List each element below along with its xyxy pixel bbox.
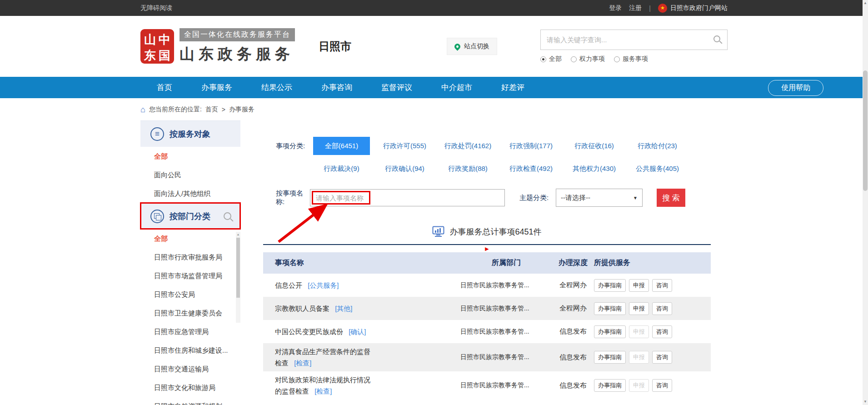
scope-label: 服务事项: [623, 55, 648, 63]
seal-char: 东: [143, 48, 157, 64]
item-name-link[interactable]: 信息公开: [275, 281, 302, 289]
nav-item[interactable]: 中介超市: [441, 82, 472, 93]
page-scrollbar[interactable]: ▲ ▼: [863, 0, 868, 405]
portal-link[interactable]: ★ 日照市政府门户网站: [658, 4, 728, 13]
nav-item[interactable]: 结果公示: [261, 82, 292, 93]
table-row: 中国公民变更民族成份 [确认]日照市民族宗教事务管...信息发布办事指南申报咨询: [263, 320, 711, 343]
scroll-up-icon[interactable]: ▲: [863, 0, 868, 6]
site-logo[interactable]: 山中东国 全国一体化在线政务服务平台 山东政务服务: [140, 28, 295, 65]
sidebar-item[interactable]: 面向法人/其他组织: [140, 184, 240, 203]
breadcrumb-home-link[interactable]: 首页: [205, 105, 218, 114]
nav-item[interactable]: 办事服务: [201, 82, 232, 93]
help-button[interactable]: 使用帮助: [768, 80, 823, 96]
item-services: 办事指南申报咨询: [594, 351, 711, 364]
register-link[interactable]: 注册: [629, 4, 642, 12]
sidebar-group-header[interactable]: 按部门分类: [140, 203, 240, 229]
search-icon[interactable]: [713, 35, 720, 42]
item-name-input[interactable]: [310, 189, 505, 206]
guide-button[interactable]: 办事指南: [594, 351, 626, 364]
scrollbar-thumb[interactable]: [863, 70, 868, 191]
table-header-cell: 事项名称: [263, 258, 460, 268]
item-tag-link[interactable]: [检查]: [294, 359, 311, 367]
keyword-search-input[interactable]: [540, 30, 728, 50]
table-row: 信息公开 [公共服务]日照市民族宗教事务管...全程网办办事指南申报咨询: [263, 274, 711, 297]
scroll-down-icon[interactable]: ▼: [863, 399, 868, 405]
sidebar-item[interactable]: 日照市卫生健康委员会: [140, 304, 240, 322]
search-icon[interactable]: [224, 212, 231, 220]
scroll-up-icon[interactable]: ▲: [236, 232, 240, 237]
apply-button[interactable]: 申报: [629, 279, 649, 292]
category-tab[interactable]: 全部(6451): [313, 137, 370, 155]
guide-button[interactable]: 办事指南: [594, 325, 626, 338]
table-header-cell: 所提供服务: [594, 258, 711, 268]
search-button[interactable]: 搜 索: [657, 189, 685, 207]
item-name-cell: 宗教教职人员备案 [其他]: [263, 303, 460, 314]
apply-button: 申报: [629, 379, 649, 392]
item-tag-link[interactable]: [检查]: [314, 387, 332, 395]
site-switch-button[interactable]: 站点切换: [447, 38, 497, 55]
consult-button[interactable]: 咨询: [652, 325, 672, 338]
item-dept: 日照市民族宗教事务管...: [460, 381, 552, 390]
sidebar-item[interactable]: 日照市市场监督管理局: [140, 266, 240, 285]
guide-button[interactable]: 办事指南: [594, 279, 626, 292]
nav-item[interactable]: 首页: [157, 82, 172, 93]
category-tab[interactable]: 行政强制(177): [499, 137, 563, 155]
item-tag-link[interactable]: [确认]: [349, 328, 366, 335]
category-tab[interactable]: 行政检查(492): [499, 160, 563, 178]
category-tab[interactable]: 行政处罚(4162): [436, 137, 499, 155]
topic-select[interactable]: --请选择-- ▼: [556, 189, 643, 207]
consult-button[interactable]: 咨询: [652, 379, 672, 392]
sidebar-item[interactable]: 日照市公安局: [140, 285, 240, 304]
login-link[interactable]: 登录: [609, 4, 622, 12]
table-row: 对民族政策和法律法规执行情况的监督检查 [检查]日照市民族宗教事务管...信息发…: [263, 371, 711, 400]
apply-button[interactable]: 申报: [629, 302, 649, 315]
item-tag-link[interactable]: [其他]: [335, 305, 352, 312]
consult-button[interactable]: 咨询: [652, 279, 672, 292]
radio-icon: [540, 56, 546, 62]
category-tab[interactable]: 行政确认(94): [373, 160, 436, 178]
sidebar-item[interactable]: 日照市住房和城乡建设...: [140, 341, 240, 360]
nav-item[interactable]: 监督评议: [381, 82, 412, 93]
item-depth: 信息发布: [552, 327, 594, 336]
consult-button[interactable]: 咨询: [652, 302, 672, 315]
sidebar-item[interactable]: 日照市行政审批服务局: [140, 248, 240, 266]
scope-radio[interactable]: 全部: [540, 55, 562, 63]
category-tab[interactable]: 行政征收(16): [563, 137, 626, 155]
category-tab[interactable]: 行政裁决(9): [310, 160, 373, 178]
nav-item[interactable]: 好差评: [501, 82, 524, 93]
category-tab[interactable]: 行政奖励(88): [436, 160, 499, 178]
item-name-link[interactable]: 中国公民变更民族成份: [275, 328, 343, 335]
guide-button[interactable]: 办事指南: [594, 379, 626, 392]
item-depth: 信息发布: [552, 381, 594, 390]
scope-radio[interactable]: 权力事项: [571, 55, 605, 63]
sidebar-group-header[interactable]: ≡按服务对象: [140, 120, 240, 147]
item-name-link[interactable]: 宗教教职人员备案: [275, 305, 329, 312]
topic-label: 主题分类:: [519, 194, 552, 202]
item-name-link[interactable]: 对清真食品生产经营条件的监督检查: [275, 348, 370, 367]
sidebar-item[interactable]: 日照市交通运输局: [140, 360, 240, 378]
accessibility-link[interactable]: 无障碍阅读: [140, 4, 172, 12]
sidebar-item[interactable]: 全部: [140, 147, 240, 165]
brand-title: 山东政务服务: [180, 44, 295, 65]
sidebar-group-title: 按部门分类: [170, 211, 210, 222]
guide-button[interactable]: 办事指南: [594, 302, 626, 315]
sidebar-item[interactable]: 面向公民: [140, 165, 240, 184]
scrollbar-thumb[interactable]: [236, 238, 240, 298]
item-tag-link[interactable]: [公共服务]: [308, 281, 339, 289]
site-switch-label: 站点切换: [464, 42, 489, 50]
sidebar-item[interactable]: 日照市应急管理局: [140, 322, 240, 341]
category-tab[interactable]: 行政许可(555): [373, 137, 436, 155]
category-tab[interactable]: 公共服务(405): [626, 160, 689, 178]
sidebar-scrollbar[interactable]: ▲: [236, 232, 240, 323]
category-tab[interactable]: 行政给付(23): [626, 137, 689, 155]
table-header: 事项名称所属部门办理深度所提供服务: [263, 252, 711, 274]
item-dept: 日照市民族宗教事务管...: [460, 328, 552, 336]
category-tab[interactable]: 其他权力(430): [563, 160, 626, 178]
sidebar-item[interactable]: 日照市文化和旅游局: [140, 378, 240, 397]
breadcrumb: ⌂ 您当前所在的位置: 首页 > 办事服务: [0, 98, 868, 120]
sidebar-item[interactable]: 全部: [140, 229, 240, 248]
scope-radio[interactable]: 服务事项: [614, 55, 648, 63]
nav-item[interactable]: 办事咨询: [321, 82, 352, 93]
consult-button[interactable]: 咨询: [652, 351, 672, 364]
sidebar-item[interactable]: 日照市自然资源和规划...: [140, 397, 240, 405]
